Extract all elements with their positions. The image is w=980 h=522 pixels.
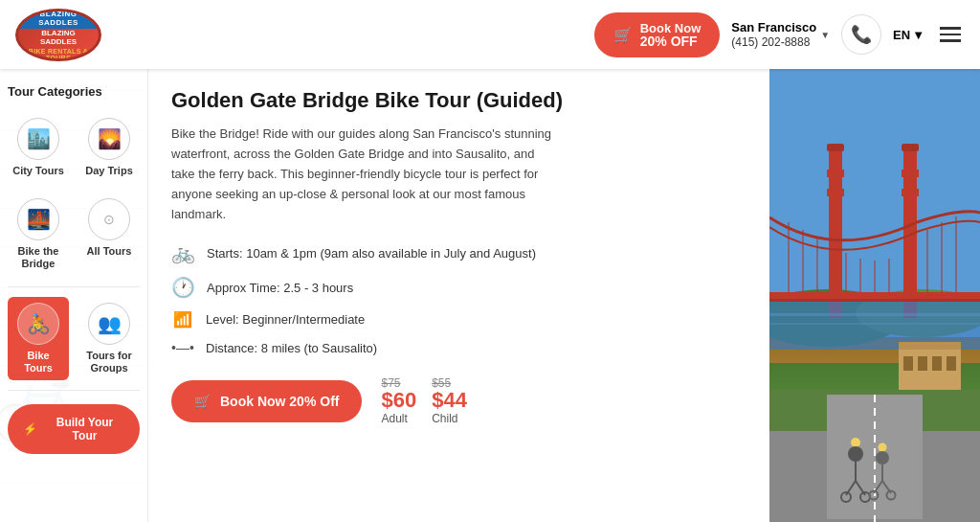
svg-rect-9 (902, 189, 919, 196)
hamburger-line-3 (940, 39, 961, 42)
sidebar-item-day-trips[interactable]: 🌄 Day Trips (78, 112, 140, 183)
sidebar-item-all-tours[interactable]: ⊙ All Tours (78, 193, 140, 276)
cart-icon: 🛒 (613, 26, 633, 44)
header: BLAZING SADDLES BLAZINGSADDLES BIKE RENT… (0, 0, 980, 69)
sidebar-item-bike-bridge[interactable]: 🌉 Bike the Bridge (8, 193, 69, 276)
svg-point-44 (879, 443, 887, 452)
hamburger-line-1 (940, 27, 961, 30)
tour-time-text: Approx Time: 2.5 - 3 hours (207, 281, 353, 295)
svg-rect-10 (827, 144, 844, 151)
book-tour-btn-label: Book Now 20% Off (220, 394, 339, 409)
svg-point-37 (851, 438, 860, 447)
main-content: 🚲 Tour Categories 🏙️ City Tours 🌄 Day Tr… (0, 69, 980, 522)
level-icon: 📶 (171, 310, 194, 329)
categories-divider-2 (8, 390, 140, 391)
clock-icon: 🕐 (171, 276, 195, 299)
city-tours-icon: 🏙️ (17, 118, 59, 160)
language-label: EN (893, 28, 910, 42)
child-label: Child (432, 412, 457, 425)
chevron-down-icon: ▼ (820, 30, 830, 40)
svg-rect-7 (827, 189, 844, 196)
svg-rect-32 (947, 356, 956, 371)
pricing-block: $75 $60 Adult $55 $44 Child (381, 376, 466, 425)
image-panel (769, 69, 980, 522)
tour-info-distance: •—• Distance: 8 miles (to Sausalito) (171, 340, 746, 355)
all-tours-icon: ⊙ (88, 198, 130, 240)
svg-rect-6 (827, 170, 844, 177)
svg-rect-29 (903, 356, 913, 371)
bike-bridge-icon: 🌉 (17, 198, 59, 240)
book-btn-label-top: Book Now (640, 22, 702, 34)
svg-point-45 (876, 451, 889, 465)
tour-booking-row: 🛒 Book Now 20% Off $75 $60 Adult $55 $44… (171, 376, 746, 425)
location-city: San Francisco (731, 20, 816, 35)
adult-price-column: $75 $60 Adult (381, 376, 416, 425)
sidebar-item-tours-groups[interactable]: 👥 Tours for Groups (78, 297, 140, 380)
tours-groups-icon: 👥 (88, 303, 130, 345)
bike-bridge-label: Bike the Bridge (11, 245, 65, 270)
header-book-now-button[interactable]: 🛒 Book Now 20% OFF (594, 12, 721, 57)
tour-info-time: 🕐 Approx Time: 2.5 - 3 hours (171, 276, 746, 299)
build-tour-button[interactable]: ⚡ Build Your Tour (8, 404, 140, 454)
bridge-svg (769, 69, 980, 522)
book-btn-text: Book Now 20% OFF (640, 22, 702, 48)
day-trips-icon: 🌄 (88, 118, 130, 160)
tour-info-starts: 🚲 Starts: 10am & 1pm (9am also available… (171, 241, 746, 264)
tour-description: Bike the Bridge! Ride with our guides al… (171, 125, 554, 224)
svg-rect-26 (769, 323, 980, 325)
tour-detail: Golden Gate Bridge Bike Tour (Guided) Bi… (148, 69, 769, 522)
categories-title: Tour Categories (8, 84, 140, 99)
bike-info-icon: 🚲 (171, 241, 195, 264)
tour-distance-text: Distance: 8 miles (to Sausalito) (206, 341, 377, 355)
city-tours-label: City Tours (12, 165, 64, 177)
lang-chevron-icon: ▼ (912, 28, 924, 42)
sidebar: 🚲 Tour Categories 🏙️ City Tours 🌄 Day Tr… (0, 69, 148, 522)
sidebar-item-bike-tours[interactable]: 🚴 Bike Tours (8, 297, 69, 380)
phone-icon-button[interactable]: 📞 (841, 14, 881, 55)
shopping-cart-icon: 🛒 (194, 394, 211, 409)
svg-rect-28 (899, 342, 961, 350)
sidebar-item-city-tours[interactable]: 🏙️ City Tours (8, 112, 69, 183)
hamburger-line-2 (940, 34, 961, 36)
logo[interactable]: BLAZING SADDLES BLAZINGSADDLES BIKE RENT… (15, 9, 101, 61)
distance-icon: •—• (171, 340, 194, 355)
adult-label: Adult (381, 412, 407, 425)
language-selector[interactable]: EN ▼ (893, 28, 924, 42)
svg-rect-8 (902, 170, 919, 177)
hamburger-menu-button[interactable] (936, 23, 965, 46)
tours-groups-label: Tours for Groups (82, 350, 136, 374)
svg-rect-23 (769, 299, 980, 302)
location-block[interactable]: San Francisco (415) 202-8888 ▼ (731, 20, 830, 49)
child-current-price: $44 (432, 390, 467, 411)
svg-rect-11 (902, 144, 919, 151)
phone-icon: 📞 (851, 24, 872, 45)
logo-top-text: BLAZING SADDLES (18, 9, 99, 30)
tour-info-list: 🚲 Starts: 10am & 1pm (9am also available… (171, 241, 746, 355)
categories-grid: 🏙️ City Tours 🌄 Day Trips 🌉 Bike the Bri… (8, 112, 140, 277)
header-right: 🛒 Book Now 20% OFF San Francisco (415) 2… (594, 12, 965, 57)
bridge-image (769, 69, 980, 522)
tour-level-text: Level: Beginner/Intermediate (206, 312, 365, 327)
day-trips-label: Day Trips (85, 165, 133, 177)
svg-rect-30 (918, 356, 927, 371)
build-tour-label: Build Your Tour (45, 416, 124, 443)
tour-starts-text: Starts: 10am & 1pm (9am also available i… (207, 246, 536, 261)
svg-rect-31 (932, 356, 942, 371)
location-phone: (415) 202-8888 (731, 35, 816, 49)
tour-title: Golden Gate Bridge Bike Tour (Guided) (171, 88, 746, 113)
bike-tours-icon: 🚴 (17, 303, 59, 345)
categories-divider (8, 286, 140, 287)
build-tour-icon: ⚡ (23, 422, 37, 436)
bike-tours-label: Bike Tours (11, 350, 65, 374)
all-tours-label: All Tours (87, 245, 132, 258)
logo-oval: BLAZING SADDLES BLAZINGSADDLES BIKE RENT… (15, 9, 101, 61)
adult-current-price: $60 (381, 390, 416, 411)
svg-point-38 (848, 446, 863, 462)
tour-info-level: 📶 Level: Beginner/Intermediate (171, 310, 746, 329)
categories-grid-2: 🚴 Bike Tours 👥 Tours for Groups (8, 297, 140, 380)
book-tour-button[interactable]: 🛒 Book Now 20% Off (171, 380, 362, 422)
logo-bot-text: BIKE RENTALS & TOURS (18, 48, 99, 61)
child-price-column: $55 $44 Child (432, 376, 467, 425)
book-btn-label-off: 20% OFF (640, 34, 698, 48)
logo-mid-text: BLAZINGSADDLES (36, 29, 80, 48)
